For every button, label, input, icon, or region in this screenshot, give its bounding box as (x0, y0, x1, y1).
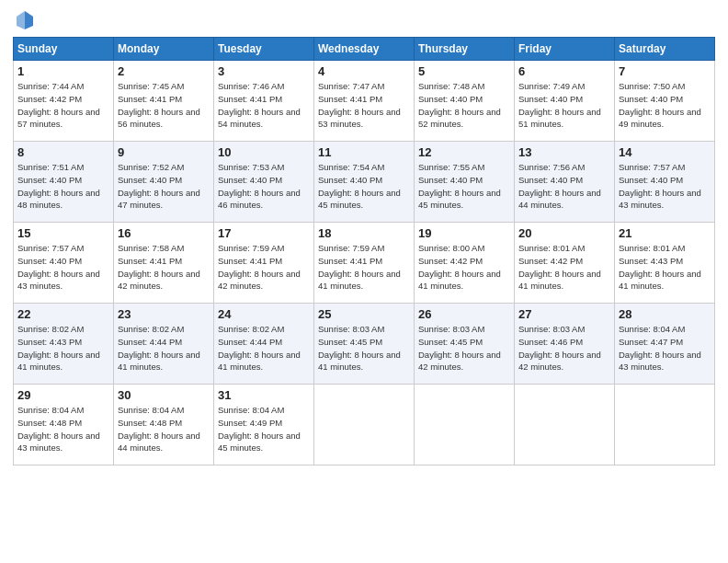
table-row: 16 Sunrise: 7:58 AMSunset: 4:41 PMDaylig… (114, 223, 214, 304)
table-row (314, 385, 415, 465)
day-number: 27 (518, 307, 610, 321)
col-saturday: Saturday (615, 38, 715, 61)
day-number: 6 (518, 64, 610, 78)
day-number: 19 (418, 226, 510, 240)
table-row: 10 Sunrise: 7:53 AMSunset: 4:40 PMDaylig… (214, 142, 314, 223)
table-row: 12 Sunrise: 7:55 AMSunset: 4:40 PMDaylig… (415, 142, 515, 223)
day-info: Sunrise: 8:01 AMSunset: 4:42 PMDaylight:… (518, 243, 601, 291)
day-number: 20 (518, 226, 610, 240)
table-row: 7 Sunrise: 7:50 AMSunset: 4:40 PMDayligh… (615, 61, 715, 142)
logo (13, 9, 35, 29)
table-row: 20 Sunrise: 8:01 AMSunset: 4:42 PMDaylig… (515, 223, 615, 304)
day-info: Sunrise: 7:57 AMSunset: 4:40 PMDaylight:… (619, 162, 701, 210)
day-info: Sunrise: 7:49 AMSunset: 4:40 PMDaylight:… (518, 81, 601, 129)
day-info: Sunrise: 8:04 AMSunset: 4:49 PMDaylight:… (218, 405, 301, 453)
table-row: 14 Sunrise: 7:57 AMSunset: 4:40 PMDaylig… (615, 142, 715, 223)
table-row: 17 Sunrise: 7:59 AMSunset: 4:41 PMDaylig… (214, 223, 314, 304)
table-row: 19 Sunrise: 8:00 AMSunset: 4:42 PMDaylig… (415, 223, 515, 304)
day-info: Sunrise: 7:56 AMSunset: 4:40 PMDaylight:… (518, 162, 601, 210)
day-number: 26 (418, 307, 510, 321)
day-info: Sunrise: 7:46 AMSunset: 4:41 PMDaylight:… (218, 81, 301, 129)
table-row: 26 Sunrise: 8:03 AMSunset: 4:45 PMDaylig… (415, 304, 515, 385)
day-info: Sunrise: 8:03 AMSunset: 4:45 PMDaylight:… (418, 324, 501, 372)
day-info: Sunrise: 8:04 AMSunset: 4:48 PMDaylight:… (17, 405, 100, 453)
day-info: Sunrise: 7:47 AMSunset: 4:41 PMDaylight:… (318, 81, 401, 129)
col-wednesday: Wednesday (314, 38, 415, 61)
day-info: Sunrise: 7:55 AMSunset: 4:40 PMDaylight:… (418, 162, 501, 210)
day-info: Sunrise: 8:03 AMSunset: 4:45 PMDaylight:… (318, 324, 401, 372)
day-number: 5 (418, 64, 510, 78)
table-row (615, 385, 715, 465)
day-number: 13 (518, 145, 610, 159)
day-number: 18 (318, 226, 410, 240)
day-info: Sunrise: 7:48 AMSunset: 4:40 PMDaylight:… (418, 81, 501, 129)
table-row: 25 Sunrise: 8:03 AMSunset: 4:45 PMDaylig… (314, 304, 415, 385)
table-row: 4 Sunrise: 7:47 AMSunset: 4:41 PMDayligh… (314, 61, 415, 142)
table-row: 22 Sunrise: 8:02 AMSunset: 4:43 PMDaylig… (14, 304, 114, 385)
day-number: 7 (619, 64, 711, 78)
day-info: Sunrise: 8:04 AMSunset: 4:48 PMDaylight:… (118, 405, 200, 453)
day-info: Sunrise: 8:02 AMSunset: 4:43 PMDaylight:… (17, 324, 100, 372)
table-row: 5 Sunrise: 7:48 AMSunset: 4:40 PMDayligh… (415, 61, 515, 142)
day-number: 1 (17, 64, 109, 78)
table-row: 21 Sunrise: 8:01 AMSunset: 4:43 PMDaylig… (615, 223, 715, 304)
day-number: 9 (118, 145, 210, 159)
day-number: 8 (17, 145, 109, 159)
day-number: 29 (17, 388, 109, 402)
table-row: 30 Sunrise: 8:04 AMSunset: 4:48 PMDaylig… (114, 385, 214, 465)
day-info: Sunrise: 8:00 AMSunset: 4:42 PMDaylight:… (418, 243, 501, 291)
calendar-header-row: Sunday Monday Tuesday Wednesday Thursday… (14, 38, 715, 61)
day-number: 10 (218, 145, 310, 159)
table-row: 31 Sunrise: 8:04 AMSunset: 4:49 PMDaylig… (214, 385, 314, 465)
day-info: Sunrise: 7:54 AMSunset: 4:40 PMDaylight:… (318, 162, 401, 210)
table-row: 28 Sunrise: 8:04 AMSunset: 4:47 PMDaylig… (615, 304, 715, 385)
table-row: 29 Sunrise: 8:04 AMSunset: 4:48 PMDaylig… (14, 385, 114, 465)
day-info: Sunrise: 8:03 AMSunset: 4:46 PMDaylight:… (518, 324, 601, 372)
day-info: Sunrise: 7:45 AMSunset: 4:41 PMDaylight:… (118, 81, 200, 129)
day-number: 22 (17, 307, 109, 321)
page: Sunday Monday Tuesday Wednesday Thursday… (0, 0, 728, 563)
table-row: 23 Sunrise: 8:02 AMSunset: 4:44 PMDaylig… (114, 304, 214, 385)
day-number: 21 (619, 226, 711, 240)
day-info: Sunrise: 8:02 AMSunset: 4:44 PMDaylight:… (118, 324, 200, 372)
table-row: 24 Sunrise: 8:02 AMSunset: 4:44 PMDaylig… (214, 304, 314, 385)
day-number: 2 (118, 64, 210, 78)
day-number: 15 (17, 226, 109, 240)
day-number: 3 (218, 64, 310, 78)
table-row: 27 Sunrise: 8:03 AMSunset: 4:46 PMDaylig… (515, 304, 615, 385)
table-row: 3 Sunrise: 7:46 AMSunset: 4:41 PMDayligh… (214, 61, 314, 142)
day-number: 16 (118, 226, 210, 240)
day-number: 17 (218, 226, 310, 240)
day-info: Sunrise: 7:53 AMSunset: 4:40 PMDaylight:… (218, 162, 301, 210)
day-info: Sunrise: 8:01 AMSunset: 4:43 PMDaylight:… (619, 243, 701, 291)
col-tuesday: Tuesday (214, 38, 314, 61)
day-info: Sunrise: 7:51 AMSunset: 4:40 PMDaylight:… (17, 162, 100, 210)
day-info: Sunrise: 7:52 AMSunset: 4:40 PMDaylight:… (118, 162, 200, 210)
table-row: 11 Sunrise: 7:54 AMSunset: 4:40 PMDaylig… (314, 142, 415, 223)
table-row: 13 Sunrise: 7:56 AMSunset: 4:40 PMDaylig… (515, 142, 615, 223)
col-thursday: Thursday (415, 38, 515, 61)
table-row: 2 Sunrise: 7:45 AMSunset: 4:41 PMDayligh… (114, 61, 214, 142)
day-number: 14 (619, 145, 711, 159)
calendar-table: Sunday Monday Tuesday Wednesday Thursday… (13, 37, 715, 465)
col-sunday: Sunday (14, 38, 114, 61)
day-info: Sunrise: 7:59 AMSunset: 4:41 PMDaylight:… (218, 243, 301, 291)
day-number: 30 (118, 388, 210, 402)
logo-icon (15, 9, 35, 29)
day-number: 25 (318, 307, 410, 321)
table-row: 6 Sunrise: 7:49 AMSunset: 4:40 PMDayligh… (515, 61, 615, 142)
col-monday: Monday (114, 38, 214, 61)
header (13, 9, 715, 29)
table-row: 9 Sunrise: 7:52 AMSunset: 4:40 PMDayligh… (114, 142, 214, 223)
day-number: 23 (118, 307, 210, 321)
table-row: 15 Sunrise: 7:57 AMSunset: 4:40 PMDaylig… (14, 223, 114, 304)
day-info: Sunrise: 7:57 AMSunset: 4:40 PMDaylight:… (17, 243, 100, 291)
day-number: 11 (318, 145, 410, 159)
day-number: 28 (619, 307, 711, 321)
table-row (515, 385, 615, 465)
day-info: Sunrise: 7:59 AMSunset: 4:41 PMDaylight:… (318, 243, 401, 291)
day-info: Sunrise: 7:44 AMSunset: 4:42 PMDaylight:… (17, 81, 100, 129)
table-row: 8 Sunrise: 7:51 AMSunset: 4:40 PMDayligh… (14, 142, 114, 223)
day-info: Sunrise: 8:04 AMSunset: 4:47 PMDaylight:… (619, 324, 701, 372)
table-row: 18 Sunrise: 7:59 AMSunset: 4:41 PMDaylig… (314, 223, 415, 304)
